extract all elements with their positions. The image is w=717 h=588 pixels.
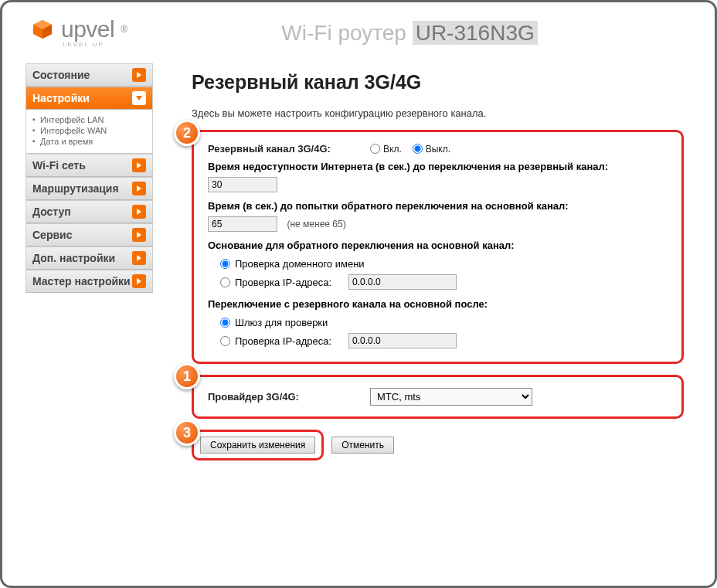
- save-button[interactable]: Сохранить изменения: [200, 437, 315, 454]
- radio-basis-ip[interactable]: [220, 277, 230, 287]
- nav-wizard[interactable]: Мастер настройки: [25, 270, 153, 293]
- radio-on-label: Вкл.: [383, 144, 402, 155]
- label-retry-time: Время (в сек.) до попытки обратного пере…: [208, 200, 668, 212]
- page-heading: Резервный канал 3G/4G: [192, 71, 684, 93]
- nav-service-label: Сервис: [32, 229, 72, 241]
- input-retry-time[interactable]: [208, 216, 277, 232]
- label-switch-after: Переключение с резервного канала на осно…: [208, 298, 668, 310]
- badge-3: 3: [174, 420, 200, 446]
- input-fail-time[interactable]: [208, 177, 277, 192]
- radio-switch-ip[interactable]: [220, 336, 230, 346]
- save-frame: 3 Сохранить изменения: [192, 430, 324, 461]
- label-provider: Провайдер 3G/4G:: [208, 391, 370, 403]
- badge-2: 2: [174, 120, 200, 146]
- logo-block: upvel® LEVEL UP: [30, 16, 127, 48]
- brand-name: upvel: [61, 16, 114, 42]
- radio-basis-domain[interactable]: [220, 259, 230, 269]
- title-area: Wi-Fi роутер UR-316N3G: [127, 21, 692, 46]
- brand-tagline: LEVEL UP: [63, 41, 127, 48]
- nav-sub-wan[interactable]: Интерфейс WAN: [29, 125, 149, 136]
- label-backup-channel: Резервный канал 3G/4G:: [208, 143, 370, 155]
- nav-advanced-label: Доп. настройки: [32, 252, 115, 264]
- arrow-right-icon: [132, 182, 146, 195]
- switch-ip-label: Проверка IP-адреса:: [235, 335, 331, 347]
- settings-frame: 2 Резервный канал 3G/4G: Вкл. Выкл. Врем…: [192, 130, 684, 364]
- nav-wifi-label: Wi-Fi сеть: [32, 159, 86, 172]
- header: upvel® LEVEL UP Wi-Fi роутер UR-316N3G: [2, 2, 715, 56]
- nav-sub-lan[interactable]: Интерфейс LAN: [29, 114, 149, 125]
- label-basis: Основание для обратного переключения на …: [208, 240, 668, 251]
- router-model: UR-316N3G: [413, 21, 538, 45]
- nav-settings-sub: Интерфейс LAN Интерфейс WAN Дата и время: [25, 110, 153, 154]
- radio-off-wrap[interactable]: Выкл.: [413, 144, 450, 155]
- nav-access-label: Доступ: [32, 206, 71, 218]
- nav-routing[interactable]: Маршрутизация: [25, 177, 153, 200]
- radio-on-wrap[interactable]: Вкл.: [370, 144, 402, 155]
- switch-gw-label: Шлюз для проверки: [235, 317, 328, 328]
- nav-status[interactable]: Состояние: [25, 63, 153, 87]
- input-switch-ip[interactable]: [348, 333, 457, 348]
- registered-mark: ®: [121, 24, 127, 35]
- basis-domain-row[interactable]: Проверка доменного имени: [208, 256, 668, 272]
- sidebar: Состояние Настройки Интерфейс LAN Интерф…: [25, 63, 153, 476]
- arrow-down-icon: [132, 91, 146, 105]
- provider-frame: 1 Провайдер 3G/4G: МТС, mts: [192, 375, 684, 419]
- label-fail-time: Время недоступности Интернета (в сек.) д…: [208, 161, 668, 172]
- basis-ip-label: Проверка IP-адреса:: [235, 277, 331, 288]
- nav-service[interactable]: Сервис: [25, 223, 153, 246]
- nav-advanced[interactable]: Доп. настройки: [25, 246, 153, 270]
- arrow-right-icon: [132, 251, 146, 265]
- basis-domain-label: Проверка доменного имени: [235, 258, 365, 270]
- nav-status-label: Состояние: [32, 69, 90, 81]
- nav-wizard-label: Мастер настройки: [32, 275, 131, 287]
- upvel-logo-icon: [30, 17, 55, 42]
- arrow-right-icon: [132, 68, 146, 82]
- arrow-right-icon: [132, 205, 146, 219]
- basis-ip-row[interactable]: Проверка IP-адреса:: [208, 272, 668, 292]
- input-basis-ip[interactable]: [348, 274, 457, 290]
- radio-switch-gw[interactable]: [220, 318, 230, 328]
- arrow-right-icon: [132, 274, 146, 288]
- arrow-right-icon: [132, 228, 146, 242]
- nav-sub-time[interactable]: Дата и время: [29, 136, 149, 147]
- select-provider[interactable]: МТС, mts: [370, 388, 532, 406]
- nav-routing-label: Маршрутизация: [32, 182, 119, 195]
- content-area: Резервный канал 3G/4G Здесь вы можете на…: [153, 56, 715, 476]
- page-description: Здесь вы можете настроить конфигурацию р…: [192, 107, 684, 119]
- cancel-button[interactable]: Отменить: [331, 437, 394, 454]
- retry-hint: (не менее 65): [287, 219, 345, 229]
- switch-ip-row[interactable]: Проверка IP-адреса:: [208, 331, 668, 351]
- nav-settings[interactable]: Настройки: [25, 87, 153, 110]
- nav-settings-label: Настройки: [32, 92, 90, 104]
- page-frame: upvel® LEVEL UP Wi-Fi роутер UR-316N3G С…: [0, 0, 717, 588]
- radio-off[interactable]: [413, 144, 423, 154]
- switch-gw-row[interactable]: Шлюз для проверки: [208, 314, 668, 331]
- nav-wifi[interactable]: Wi-Fi сеть: [25, 154, 153, 177]
- arrow-right-icon: [132, 158, 146, 172]
- router-title-prefix: Wi-Fi роутер: [281, 21, 412, 45]
- nav-access[interactable]: Доступ: [25, 200, 153, 223]
- badge-1: 1: [174, 363, 200, 389]
- radio-off-label: Выкл.: [426, 144, 450, 155]
- radio-on[interactable]: [370, 144, 380, 154]
